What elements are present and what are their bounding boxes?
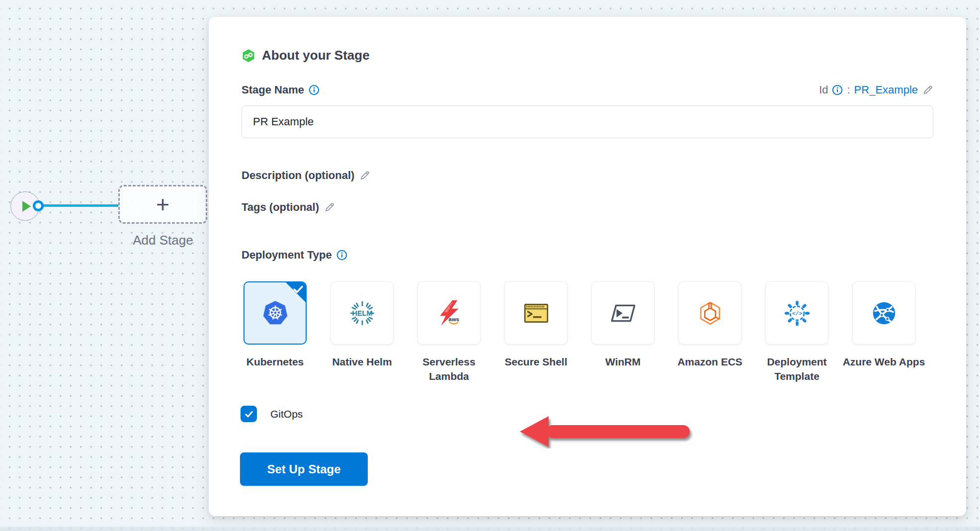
plus-icon: +	[156, 193, 169, 216]
check-icon	[244, 409, 254, 420]
serverless-lambda-card[interactable]: aws	[417, 281, 481, 345]
cd-stage-icon	[242, 49, 255, 63]
deployment-type-row: Deployment Type	[242, 249, 347, 262]
ecs-hexagon-icon	[696, 299, 725, 328]
secure-shell-card[interactable]	[504, 281, 568, 345]
edit-pencil-icon[interactable]	[359, 170, 370, 181]
info-icon[interactable]	[309, 85, 320, 95]
selected-check-icon	[293, 285, 304, 294]
option-label: Deployment Template	[753, 354, 841, 383]
id-colon: :	[847, 84, 850, 96]
svg-text:</>: </>	[792, 311, 802, 317]
description-label: Description (optional)	[242, 169, 354, 182]
option-label: Secure Shell	[492, 354, 580, 369]
bottom-edge	[0, 527, 980, 531]
gitops-row: GitOps	[241, 406, 303, 422]
deployment-option-azure-web-apps[interactable]: Azure Web Apps	[852, 281, 915, 345]
red-arrow-annotation	[520, 415, 697, 450]
amazon-ecs-card[interactable]	[678, 281, 741, 345]
stage-name-label: Stage Name	[242, 84, 304, 96]
deployment-template-card[interactable]: </>	[765, 281, 828, 345]
terminal-icon	[522, 299, 551, 328]
deployment-option-secure-shell[interactable]: Secure Shell	[504, 281, 568, 345]
svg-text:aws: aws	[448, 316, 459, 322]
set-up-stage-button[interactable]: Set Up Stage	[240, 452, 368, 486]
azure-web-apps-card[interactable]	[852, 281, 915, 345]
deployment-option-kubernetes[interactable]: Kubernetes	[244, 281, 307, 345]
edit-pencil-icon[interactable]	[922, 85, 933, 96]
option-label: Serverless Lambda	[405, 354, 493, 383]
deployment-type-label: Deployment Type	[242, 249, 332, 262]
helm-icon: HELM	[348, 299, 377, 328]
info-icon[interactable]	[336, 250, 347, 261]
add-stage-label: Add Stage	[106, 233, 220, 248]
azure-globe-icon	[870, 299, 898, 328]
stage-id-row: Id : PR_Example	[819, 84, 933, 96]
option-label: Amazon ECS	[666, 354, 754, 369]
serverless-aws-icon: aws	[435, 299, 464, 328]
winrm-card[interactable]	[591, 281, 654, 345]
option-label: Native Helm	[318, 354, 406, 369]
add-stage-button[interactable]: +	[118, 185, 207, 224]
panel-title: About your Stage	[262, 48, 370, 63]
about-stage-panel: About your Stage Stage Name Id : PR_Exam…	[209, 17, 966, 516]
option-label: WinRM	[579, 354, 667, 369]
stage-name-input[interactable]	[242, 105, 933, 138]
pipeline-connector-port[interactable]	[33, 200, 44, 211]
play-icon	[22, 201, 31, 212]
kubernetes-card[interactable]	[244, 281, 307, 345]
description-row: Description (optional)	[242, 169, 370, 182]
id-label: Id	[819, 84, 828, 96]
svg-text:HELM: HELM	[352, 309, 372, 317]
edit-pencil-icon[interactable]	[324, 202, 335, 213]
powershell-icon	[609, 299, 638, 328]
tags-label: Tags (optional)	[242, 201, 319, 214]
deployment-option-native-helm[interactable]: HELM Native Helm	[330, 281, 394, 345]
option-label: Azure Web Apps	[840, 354, 928, 369]
info-icon[interactable]	[832, 85, 843, 95]
stage-name-label-row: Stage Name	[242, 84, 320, 96]
gitops-checkbox[interactable]	[241, 406, 257, 422]
pipeline-connector-line	[43, 204, 119, 207]
template-gear-icon: </>	[783, 299, 812, 328]
deployment-option-deployment-template[interactable]: </> Deployment Template	[765, 281, 828, 345]
option-label: Kubernetes	[231, 354, 319, 369]
deployment-type-options: Kubernetes HELM	[244, 281, 915, 345]
native-helm-card[interactable]: HELM	[330, 281, 394, 345]
gitops-label: GitOps	[270, 408, 303, 420]
deployment-option-serverless-lambda[interactable]: aws Serverless Lambda	[417, 281, 481, 345]
kubernetes-icon	[261, 299, 290, 328]
panel-header: About your Stage	[242, 48, 370, 63]
deployment-option-amazon-ecs[interactable]: Amazon ECS	[678, 281, 741, 345]
id-value: PR_Example	[854, 84, 918, 96]
tags-row: Tags (optional)	[242, 201, 335, 214]
deployment-option-winrm[interactable]: WinRM	[591, 281, 654, 345]
